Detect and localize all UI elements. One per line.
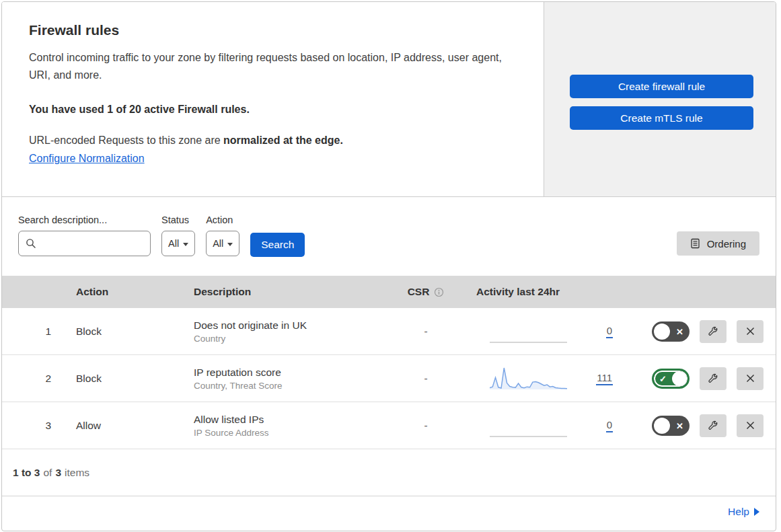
column-activity: Activity last 24hr: [473, 286, 628, 298]
rule-priority: 2: [2, 373, 63, 385]
search-button[interactable]: Search: [250, 233, 305, 257]
rule-priority: 1: [2, 326, 63, 338]
status-filter: Status All: [161, 215, 195, 256]
delete-rule-button[interactable]: [737, 320, 764, 343]
rule-enabled-toggle[interactable]: [652, 416, 690, 436]
rule-priority: 3: [2, 420, 63, 432]
rule-fields: Country: [194, 334, 379, 344]
activity-sparkline: [490, 367, 567, 391]
search-label: Search description...: [18, 215, 151, 225]
rule-csr-value: -: [379, 326, 473, 338]
intro-text-panel: Firewall rules Control incoming traffic …: [2, 2, 544, 196]
activity-count-link[interactable]: 0: [606, 325, 613, 338]
rule-action: Block: [63, 373, 180, 385]
delete-rule-button[interactable]: [737, 367, 764, 390]
create-firewall-rule-button[interactable]: Create firewall rule: [570, 75, 753, 98]
column-description: Description: [180, 286, 379, 298]
column-csr: CSR: [379, 286, 473, 298]
wrench-icon: [708, 373, 718, 384]
pagination-items-text: items: [65, 467, 89, 479]
usage-note: You have used 1 of 20 active Firewall ru…: [29, 104, 517, 116]
configure-normalization-link[interactable]: Configure Normalization: [29, 153, 145, 165]
column-csr-label: CSR: [408, 286, 430, 298]
pagination-summary: 1 to 3 of 3 items: [2, 449, 776, 496]
normalization-note: URL-encoded Requests to this zone are no…: [29, 135, 517, 147]
filter-bar: Search description... Status All Action …: [2, 197, 776, 276]
table-row: 3 Allow Allow listed IPs IP Source Addre…: [2, 402, 776, 449]
arrow-right-icon: [754, 508, 759, 516]
activity-count-link[interactable]: 111: [596, 372, 613, 385]
x-icon: [745, 373, 755, 383]
chevron-down-icon: [227, 243, 233, 246]
rule-activity-cell: 0: [473, 414, 628, 438]
rule-activity-cell: 111: [473, 367, 628, 391]
status-dropdown[interactable]: All: [161, 231, 195, 256]
ordering-list-icon: [690, 238, 701, 249]
rule-csr-value: -: [379, 420, 473, 432]
normalization-text: URL-encoded Requests to this zone are: [29, 135, 221, 146]
chevron-down-icon: [183, 243, 188, 246]
rule-action: Allow: [63, 420, 180, 432]
toggle-state-icon: [676, 327, 683, 336]
rule-description-cell: Allow listed IPs IP Source Address: [180, 414, 379, 438]
rule-description: IP reputation score: [194, 367, 379, 379]
normalization-bold-text: normalized at the edge.: [223, 135, 343, 146]
rule-fields: IP Source Address: [194, 428, 379, 438]
pagination-range: 1 to 3: [13, 467, 40, 478]
pagination-of-text: of: [43, 467, 52, 479]
status-label: Status: [161, 215, 195, 225]
x-icon: [745, 326, 755, 336]
create-mtls-rule-button[interactable]: Create mTLS rule: [570, 106, 753, 130]
ordering-button-label: Ordering: [707, 238, 746, 250]
search-field: Search description...: [18, 215, 151, 256]
page-title: Firewall rules: [29, 22, 517, 38]
rule-csr-value: -: [379, 373, 473, 385]
toggle-state-icon: [676, 421, 683, 430]
page-description: Control incoming traffic to your zone by…: [29, 49, 507, 84]
rule-controls: [628, 367, 776, 390]
rule-controls: [628, 414, 776, 437]
table-row: 2 Block IP reputation score Country, Thr…: [2, 355, 776, 402]
wrench-icon: [708, 326, 718, 337]
activity-count-link[interactable]: 0: [606, 419, 613, 432]
rule-enabled-toggle[interactable]: [652, 369, 690, 389]
actions-panel: Create firewall rule Create mTLS rule: [544, 2, 776, 196]
help-link-label: Help: [728, 506, 749, 518]
help-bar: Help: [2, 496, 776, 527]
x-icon: [745, 420, 755, 430]
action-dropdown[interactable]: All: [206, 231, 239, 256]
action-dropdown-value: All: [213, 238, 223, 249]
rule-fields: Country, Threat Score: [194, 381, 379, 391]
search-input[interactable]: [18, 231, 151, 256]
toggle-knob: [672, 371, 687, 386]
edit-rule-button[interactable]: [700, 367, 727, 390]
rule-description-cell: Does not originate in UK Country: [180, 319, 379, 344]
toggle-state-icon: [659, 374, 667, 383]
rule-enabled-toggle[interactable]: [652, 321, 690, 342]
delete-rule-button[interactable]: [737, 414, 764, 437]
rule-activity-cell: 0: [473, 319, 628, 344]
wrench-icon: [708, 420, 718, 431]
pagination-total: 3: [55, 467, 61, 478]
intro-section: Firewall rules Control incoming traffic …: [2, 2, 776, 197]
info-icon: [434, 287, 444, 297]
help-link[interactable]: Help: [728, 506, 759, 518]
rule-controls: [628, 320, 776, 343]
rule-description: Allow listed IPs: [194, 414, 379, 426]
activity-sparkline: [490, 414, 567, 438]
action-filter: Action All: [206, 215, 239, 256]
search-input-field[interactable]: [42, 237, 143, 250]
table-row: 1 Block Does not originate in UK Country…: [2, 308, 776, 355]
toggle-knob: [654, 418, 670, 434]
edit-rule-button[interactable]: [700, 320, 727, 343]
rule-description: Does not originate in UK: [194, 319, 379, 332]
rule-action: Block: [63, 326, 180, 338]
firewall-rules-card: Firewall rules Control incoming traffic …: [1, 1, 776, 531]
action-label: Action: [206, 215, 239, 225]
table-header: Action Description CSR Activity last 24h…: [2, 276, 776, 308]
toggle-knob: [654, 324, 670, 340]
ordering-button[interactable]: Ordering: [677, 231, 759, 256]
status-dropdown-value: All: [168, 238, 179, 249]
edit-rule-button[interactable]: [700, 414, 727, 437]
search-icon: [26, 238, 36, 249]
